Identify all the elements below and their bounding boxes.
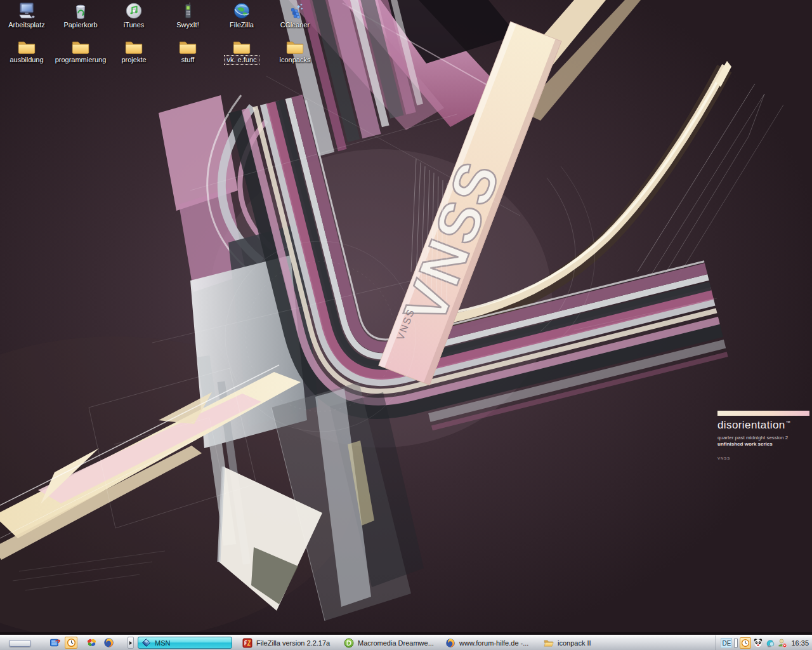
icon-label: Arbeitsplatz [6, 21, 46, 29]
clock-icon [741, 639, 750, 647]
icon-label: stuff [180, 56, 197, 64]
internet-launcher-icon[interactable] [49, 637, 60, 648]
firefox-icon[interactable] [103, 637, 114, 648]
taskbar-button-label: FileZilla version 2.2.17a [256, 639, 330, 647]
icon-label: Papierkorb [62, 21, 99, 29]
desktop-folder-vk-e-func[interactable]: vk. e.func [214, 37, 269, 64]
taskbar-button-filezilla[interactable]: FileZilla version 2.2.17a [240, 635, 340, 650]
folder-icon [285, 38, 304, 55]
folder-icon [232, 38, 251, 55]
ccleaner-brush-icon [285, 1, 304, 20]
taskbar-button-label: MSN [155, 639, 170, 647]
wallpaper-subtitle2: unfinished work series [717, 441, 809, 447]
icon-label: iTunes [122, 21, 147, 29]
taskbar-button-label: www.forum-hilfe.de -... [459, 639, 528, 647]
icon-label: vk. e.func [225, 56, 258, 64]
folder-icon [71, 38, 90, 55]
icon-label: SwyxIt! [174, 21, 200, 29]
icon-label: iconpacks [278, 56, 313, 64]
trademark: ™ [786, 420, 790, 425]
tray-clock[interactable]: 16:35 [791, 639, 809, 647]
desktop: VNSS VNSS [0, 0, 812, 635]
taskbar-button-msn[interactable]: MSN [138, 637, 232, 649]
desktop-folder-programmierung[interactable]: programmierung [53, 37, 108, 64]
taskbar-button-firefox-forum[interactable]: www.forum-hilfe.de -... [443, 635, 541, 650]
desktop-icon-papierkorb[interactable]: Papierkorb [53, 1, 108, 29]
icon-label: ausbildung [8, 56, 45, 64]
desktop-folder-iconpacks[interactable]: iconpacks [268, 37, 322, 64]
taskbar-button-dreamweaver[interactable]: Macromedia Dreamwe... [341, 635, 442, 650]
taskbar-button-iconpack[interactable]: iconpack II [541, 635, 643, 650]
icon-label: FileZilla [228, 21, 256, 29]
filezilla-fz-icon [242, 638, 252, 648]
folder-icon [178, 38, 197, 55]
msn-butterfly-icon[interactable] [86, 637, 97, 648]
wallpaper-subtitle: quarter past midnight session 2 [717, 435, 809, 441]
desktop-folder-stuff[interactable]: stuff [160, 37, 215, 64]
taskbar-button-label: Macromedia Dreamwe... [358, 639, 434, 647]
folder-icon [17, 38, 36, 55]
folder-icon [124, 38, 143, 55]
globe-icon [232, 1, 251, 20]
start-button[interactable] [9, 640, 31, 647]
taskbar-button-label: iconpack II [558, 639, 591, 647]
icon-label: CCleaner [278, 21, 311, 29]
panda-icon[interactable] [753, 638, 763, 648]
icon-label: projekte [119, 56, 148, 64]
wallpaper-artist-tag: VNSS [717, 456, 809, 460]
dreamweaver-icon [344, 638, 354, 648]
desktop-icon-filezilla[interactable]: FileZilla [214, 1, 269, 29]
my-computer-icon [17, 1, 36, 20]
keyboard-layout-indicator[interactable]: DE [721, 638, 732, 648]
screen: VNSS VNSS [0, 0, 812, 650]
system-tray: DE 16:35 [715, 635, 812, 650]
offline-status-icon[interactable] [777, 638, 787, 648]
phone-handset-icon [178, 1, 197, 20]
tray-clock-app-button[interactable] [740, 637, 751, 649]
desktop-icon-itunes[interactable]: iTunes [107, 1, 161, 29]
desktop-folder-ausbildung[interactable]: ausbildung [0, 37, 54, 64]
wallpaper-art: VNSS VNSS [0, 0, 812, 635]
icon-label: programmierung [53, 56, 108, 64]
slim-bar-icon[interactable] [734, 639, 738, 647]
desktop-icon-ccleaner[interactable]: CCleaner [268, 1, 322, 29]
desktop-icon-arbeitsplatz[interactable]: Arbeitsplatz [0, 1, 54, 29]
signature-gradient-bar [717, 411, 809, 416]
clock-icon [67, 638, 76, 647]
wallpaper-title: disorientation™ [717, 419, 809, 432]
quicklaunch-expand-chevron[interactable] [128, 637, 134, 649]
wallpaper-signature: disorientation™ quarter past midnight se… [717, 411, 809, 460]
recycle-bin-icon [71, 1, 90, 20]
msn-diamond-icon [141, 638, 151, 647]
open-folder-icon [544, 638, 554, 648]
firefox-icon [445, 638, 455, 648]
itunes-cd-icon [124, 1, 143, 20]
clock-quicklaunch-button[interactable] [65, 637, 77, 649]
desktop-folder-projekte[interactable]: projekte [107, 37, 161, 64]
headset-icon[interactable] [765, 638, 775, 648]
taskbar: MSN FileZilla version 2.2.17a Macromedia… [0, 635, 812, 650]
desktop-icon-swyxit[interactable]: SwyxIt! [160, 1, 215, 29]
